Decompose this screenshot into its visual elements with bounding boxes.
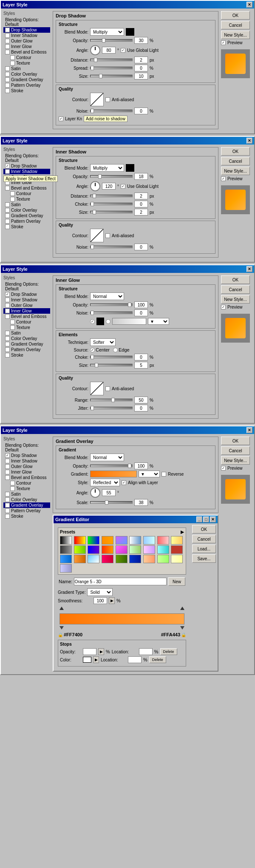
opacity-stop-arrow[interactable]: ▶ — [98, 648, 104, 655]
sidebar-pattern-overlay-3[interactable]: Pattern Overlay — [3, 347, 50, 352]
cb-bevel-1[interactable] — [5, 50, 10, 54]
opacity-slider-2[interactable] — [90, 175, 133, 178]
cb-color-overlay-2[interactable] — [5, 208, 10, 213]
opacity-input-3[interactable] — [134, 301, 148, 308]
jitter-input-3[interactable] — [134, 405, 148, 411]
color-stop-right[interactable] — [180, 626, 184, 631]
sidebar-color-overlay-4[interactable]: Color Overlay — [3, 497, 50, 502]
noise-slider-1[interactable] — [90, 110, 133, 112]
cb-bevel-2[interactable] — [5, 186, 10, 190]
cb-texture-1[interactable] — [10, 61, 15, 65]
gradient-close[interactable]: ✕ — [210, 516, 216, 522]
gradient-maximize[interactable]: □ — [203, 516, 209, 522]
sidebar-blending-4[interactable]: Blending Options: Default — [3, 443, 50, 453]
size-input-2[interactable] — [134, 209, 148, 216]
global-light-cb-1[interactable] — [121, 48, 125, 53]
preset-3[interactable] — [102, 536, 113, 545]
gradient-load-btn[interactable]: Load... — [192, 545, 216, 553]
choke-slider-3[interactable] — [90, 356, 133, 358]
sidebar-outer-glow-3[interactable]: Outer Glow — [3, 303, 50, 308]
preset-9[interactable] — [60, 545, 72, 554]
distance-input-1[interactable] — [134, 57, 148, 63]
anti-aliased-cb-1[interactable] — [105, 97, 110, 102]
angle-input-4[interactable] — [102, 489, 116, 496]
choke-thumb-2[interactable] — [91, 202, 94, 206]
noise-input-2[interactable] — [134, 244, 148, 250]
new-style-btn-3[interactable]: New Style... — [221, 295, 250, 304]
color-swatch-2[interactable] — [126, 164, 134, 172]
opacity-stop-right[interactable] — [180, 607, 184, 610]
sidebar-color-overlay-3[interactable]: Color Overlay — [3, 336, 50, 341]
cb-inner-shadow-3[interactable] — [5, 298, 10, 302]
sidebar-inner-shadow-3[interactable]: Inner Shadow — [3, 297, 50, 303]
preset-8[interactable] — [171, 536, 183, 545]
cb-contour-4[interactable] — [10, 481, 15, 485]
sidebar-contour-2[interactable]: Contour — [3, 191, 50, 196]
new-style-btn-4[interactable]: New Style... — [221, 456, 250, 465]
preset-5[interactable] — [129, 536, 141, 545]
cb-gradient-overlay-3[interactable] — [5, 342, 10, 346]
preset-17[interactable] — [171, 545, 183, 554]
color-swatch-1[interactable] — [126, 28, 134, 36]
panel-close-2[interactable]: ✕ — [246, 138, 252, 144]
cb-gradient-overlay-4[interactable] — [5, 503, 10, 508]
gradient-minimize[interactable]: _ — [196, 516, 202, 522]
preset-26[interactable] — [171, 555, 183, 563]
layer-knockout-cb-1[interactable] — [59, 116, 63, 121]
cb-stroke-2[interactable] — [5, 224, 10, 229]
opacity-stop-left[interactable] — [60, 607, 64, 610]
spread-thumb-1[interactable] — [91, 66, 94, 70]
preset-18[interactable] — [60, 555, 72, 563]
global-light-cb-2[interactable] — [121, 184, 125, 189]
sidebar-bevel-3[interactable]: Bevel and Emboss — [3, 314, 50, 319]
angle-input-2[interactable] — [102, 183, 116, 190]
cb-inner-shadow-1[interactable] — [5, 33, 10, 38]
color-stop-arrow[interactable]: ▶ — [93, 656, 99, 663]
spread-input-1[interactable] — [134, 65, 148, 71]
preview-cb-1[interactable] — [221, 40, 226, 45]
color-loc-input[interactable] — [128, 656, 142, 663]
source-edge-radio[interactable] — [113, 348, 118, 352]
preview-cb-3[interactable] — [221, 305, 226, 309]
sidebar-blending-1[interactable]: Blending Options: Default — [3, 17, 50, 27]
ok-btn-3[interactable]: OK — [221, 275, 250, 284]
sidebar-pattern-overlay-4[interactable]: Pattern Overlay — [3, 508, 50, 513]
preset-15[interactable] — [143, 545, 155, 554]
cb-bevel-3[interactable] — [5, 314, 10, 319]
size-slider-3[interactable] — [90, 364, 133, 366]
preset-4[interactable] — [116, 536, 128, 545]
cb-inner-shadow-4[interactable] — [5, 459, 10, 463]
sidebar-stroke-3[interactable]: Stroke — [3, 352, 50, 358]
distance-slider-2[interactable] — [90, 195, 133, 197]
sidebar-pattern-overlay-2[interactable]: Pattern Overlay — [3, 218, 50, 224]
contour-preview-3[interactable] — [90, 382, 104, 395]
panel-close-1[interactable]: ✕ — [246, 2, 252, 8]
sidebar-bevel-1[interactable]: Bevel and Emboss — [3, 49, 50, 55]
cb-drop-shadow-1[interactable] — [5, 28, 10, 32]
sidebar-pattern-overlay-1[interactable]: Pattern Overlay — [3, 82, 50, 88]
size-slider-1[interactable] — [90, 75, 133, 77]
sidebar-color-overlay-1[interactable]: Color Overlay — [3, 71, 50, 77]
sidebar-stroke-1[interactable]: Stroke — [3, 88, 50, 94]
smoothness-input[interactable] — [94, 597, 107, 604]
cb-contour-2[interactable] — [10, 191, 15, 196]
cb-drop-shadow-4[interactable] — [5, 453, 10, 458]
jitter-slider-3[interactable] — [90, 407, 133, 409]
glow-solid-radio[interactable] — [90, 319, 95, 324]
blend-mode-select-4[interactable]: Normal — [90, 454, 124, 461]
glow-gradient-radio[interactable] — [106, 319, 110, 324]
preset-2[interactable] — [88, 536, 99, 545]
blend-mode-select-2[interactable]: Multiply — [90, 164, 124, 172]
angle-dial-1[interactable] — [90, 45, 100, 55]
choke-input-3[interactable] — [134, 354, 148, 360]
preset-21[interactable] — [102, 555, 113, 563]
cb-texture-4[interactable] — [10, 486, 15, 491]
noise-slider-3[interactable] — [90, 312, 133, 314]
sidebar-inner-glow-4[interactable]: Inner Glow — [3, 469, 50, 475]
opacity-stop-input[interactable] — [83, 648, 96, 655]
opacity-input-2[interactable] — [134, 173, 148, 180]
new-style-btn-1[interactable]: New Style... — [221, 31, 250, 39]
cb-satin-4[interactable] — [5, 492, 10, 496]
sidebar-gradient-overlay-2[interactable]: Gradient Overlay — [3, 213, 50, 218]
technique-select-3[interactable]: Softer — [90, 338, 116, 346]
